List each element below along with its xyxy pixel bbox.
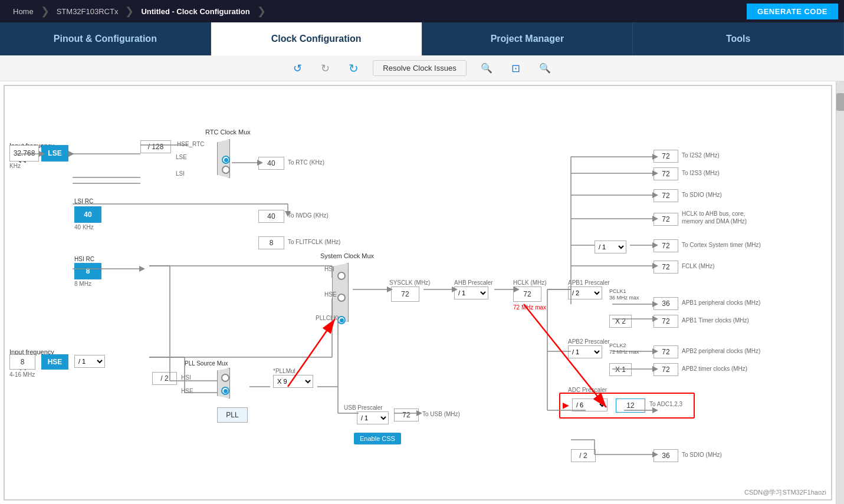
adc-label: ADC Prescaler <box>568 387 607 393</box>
lse-box: LSE <box>41 145 68 162</box>
nav-device[interactable]: STM32F103RCTx <box>50 0 126 22</box>
lsi-box: 40 <box>74 206 101 223</box>
zoom-in-icon[interactable]: 🔍 <box>476 60 497 76</box>
svg-marker-5 <box>68 151 74 157</box>
refresh-button[interactable]: ↻ <box>344 59 363 78</box>
tab-pinout[interactable]: Pinout & Configuration <box>0 22 211 55</box>
nav-sep-3: ❯ <box>257 5 266 18</box>
sys-mux-hse[interactable] <box>337 294 346 302</box>
sdio-bottom-box: 36 <box>653 449 678 462</box>
rtc-unit: To RTC (KHz) <box>288 159 324 166</box>
cortex-label: To Cortex System timer (MHz) <box>682 242 761 248</box>
fclk-label: FCLK (MHz) <box>682 263 715 269</box>
adc-prescaler-select[interactable]: / 6 <box>572 398 607 411</box>
pclk2-max: 72 MHz max <box>609 349 639 355</box>
hsi-mhz: 8 MHz <box>74 281 91 287</box>
hclk-label: HCLK (MHz) <box>513 279 547 286</box>
pllclk-mux-label: PLLCLK <box>316 315 337 321</box>
pclk1-max: 36 MHz max <box>609 295 639 301</box>
tab-clock[interactable]: Clock Configuration <box>211 22 422 55</box>
lsi-mux-label: LSI <box>176 170 185 177</box>
nav-sep-2: ❯ <box>125 5 134 18</box>
iwdg-value-box: 40 <box>258 210 284 223</box>
hse-div1-select[interactable]: / 1 <box>74 355 105 368</box>
apb1-x2-box: X 2 <box>609 315 632 328</box>
fit-icon[interactable]: ⊡ <box>507 60 525 77</box>
zoom-out-icon[interactable]: 🔍 <box>534 60 556 76</box>
resolve-clock-button[interactable]: Resolve Clock Issues <box>373 60 466 76</box>
pclk1-label: PCLK1 <box>609 288 626 294</box>
ahb-prescaler-select[interactable]: / 1 <box>454 286 488 299</box>
hsi-rc-label: HSI RC <box>74 256 94 262</box>
usb-label: USB Prescaler <box>344 404 383 411</box>
sys-mux-pll[interactable] <box>337 316 346 324</box>
hclk-value-box: 72 <box>513 286 541 302</box>
nav-sep-1: ❯ <box>41 5 50 18</box>
hclk-ahb-box: 72 <box>653 213 678 226</box>
apb1-peri-box: 36 <box>653 297 678 310</box>
rtc-mux-radio-lsi[interactable] <box>222 156 230 164</box>
pll-mux-hsi[interactable] <box>221 374 229 382</box>
hse-box: HSE <box>41 354 68 370</box>
lse-freq-box: 32.768 <box>9 145 39 162</box>
top-nav: Home ❯ STM32F103RCTx ❯ Untitled - Clock … <box>0 0 844 22</box>
cortex-box: 72 <box>653 239 678 252</box>
apb2-timer-box: 72 <box>653 363 678 376</box>
hsi-div2-box: / 2 <box>152 372 177 385</box>
sdio-top-label: To SDIO (MHz) <box>682 192 722 198</box>
apb2-peri-label: APB2 peripheral clocks (MHz) <box>682 348 760 354</box>
sysclk-value-box: 72 <box>391 286 419 302</box>
apb2-x1-box: X 1 <box>609 363 632 376</box>
sys-mux-label: System Clock Mux <box>320 252 374 259</box>
i2s2-label: To I2S2 (MHz) <box>682 152 720 159</box>
enable-css-button[interactable]: Enable CSS <box>354 433 401 444</box>
usb-div-select[interactable]: / 1 <box>357 411 389 424</box>
hclk-ahb-label: HCLK to AHB bus, core, memory and DMA (M… <box>682 210 758 225</box>
right-scrollbar[interactable] <box>836 81 844 504</box>
usb-dest: To USB (MHz) <box>422 411 460 417</box>
apb1-peri-label: APB1 peripheral clocks (MHz) <box>682 299 760 306</box>
fclk-box: 72 <box>653 261 678 274</box>
lse-mux-label: LSE <box>176 154 187 160</box>
tab-tools[interactable]: Tools <box>633 22 844 55</box>
apb1-prescaler-select[interactable]: / 2 <box>568 286 602 299</box>
apb2-timer-label: APB2 timer clocks (MHz) <box>682 365 747 372</box>
generate-code-button[interactable]: GENERATE CODE <box>747 4 838 19</box>
apb2-label: APB2 Prescaler <box>568 338 610 345</box>
usb-value-box: 72 <box>394 409 419 421</box>
nav-home[interactable]: Home <box>6 0 41 22</box>
pll-box: PLL <box>217 407 248 423</box>
redo-button[interactable]: ↻ <box>316 60 334 77</box>
pll-hse-label: HSE <box>181 388 193 394</box>
apb2-prescaler-select[interactable]: / 1 <box>568 345 602 358</box>
undo-button[interactable]: ↺ <box>288 60 307 77</box>
ahb-label: AHB Prescaler <box>454 279 493 286</box>
lsi-khz: 40 KHz <box>74 224 94 230</box>
flitf-unit: To FLITFCLK (MHz) <box>288 239 340 245</box>
hse-128-box: / 128 <box>140 140 171 153</box>
sdio2-div-box: / 2 <box>571 449 596 462</box>
clock-diagram: Input frequency ▶▶ ◀◀ LSE 32.768 KHz LSI… <box>4 85 832 500</box>
nav-project[interactable]: Untitled - Clock Configuration <box>134 0 257 22</box>
hse-range: 4-16 MHz <box>9 371 35 378</box>
i2s3-box: 72 <box>653 167 678 180</box>
hclk-max-label: 72 MHz max <box>513 304 546 311</box>
adc-dest: To ADC1,2,3 <box>649 401 682 407</box>
rtc-mux-radio-hse[interactable] <box>222 166 230 174</box>
hse-rtc-label: HSE_RTC <box>177 141 205 147</box>
scrollbar-thumb[interactable] <box>836 93 844 111</box>
tab-project[interactable]: Project Manager <box>422 22 633 55</box>
sys-mux-hsi[interactable] <box>337 272 346 280</box>
apb1-timer-label: APB1 Timer clocks (MHz) <box>682 317 749 324</box>
hse-mux-label: HSE <box>324 291 337 298</box>
adc-value-box: 12 <box>616 398 645 413</box>
cortex-prescaler-select[interactable]: / 1 <box>595 241 626 253</box>
rtc-mux-label: RTC Clock Mux <box>205 129 251 136</box>
toolbar: ↺ ↻ ↻ Resolve Clock Issues 🔍 ⊡ 🔍 <box>0 55 844 81</box>
lsi-rc-label: LSI RC <box>74 198 93 205</box>
pll-mux-hse[interactable] <box>221 387 229 395</box>
svg-marker-14 <box>139 266 145 272</box>
apb2-peri-box: 72 <box>653 345 678 358</box>
pll-mul-select[interactable]: X 9 <box>273 375 313 388</box>
sdio-bottom-label: To SDIO (MHz) <box>682 452 722 458</box>
